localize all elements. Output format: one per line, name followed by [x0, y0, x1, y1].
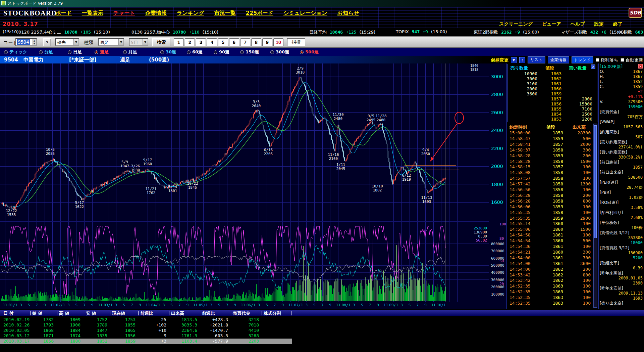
- period-radio-bar: ティック分足日足週足月足30週60週90週150週300週500週: [0, 48, 644, 56]
- stat-line: 100株: [600, 225, 643, 230]
- ex-rights-checkbox[interactable]: 権利落ち: [596, 57, 618, 63]
- svg-text:50: 50: [499, 259, 504, 263]
- chart-count-button-6[interactable]: 6: [229, 38, 239, 46]
- change-symbol-label[interactable]: 銘柄変更: [491, 57, 508, 63]
- period-option-30週[interactable]: 30週: [160, 49, 176, 55]
- header-separator: [169, 311, 169, 315]
- trade-price: 1860: [546, 238, 563, 243]
- period-label: 週足: [100, 49, 109, 55]
- menu-item-6[interactable]: 225ボード: [246, 10, 273, 17]
- code-spinner[interactable]: ▲▼: [32, 39, 36, 45]
- trend-button[interactable]: トレンド: [572, 56, 593, 63]
- stat-line: 237(41.0%): [600, 145, 643, 150]
- menu-item-5[interactable]: 市況一覧: [214, 10, 236, 17]
- chart-count-buttons: 12345678910: [174, 38, 283, 46]
- table-row[interactable]: 2010.03.121871187418351856-91761.3-603.3…: [0, 333, 644, 339]
- period-option-月足[interactable]: 月足: [123, 49, 137, 55]
- stock-bar-controls: 銘柄変更 ▼ ↑ リスト 企業情報 トレンド 権利落ち 自動更新: [491, 56, 643, 63]
- trade-price: 1858: [546, 210, 563, 215]
- menu-item-8[interactable]: お知らせ: [337, 10, 359, 17]
- chart-count-button-2[interactable]: 2: [185, 38, 195, 46]
- subbar-link-1[interactable]: ビューア: [542, 21, 561, 27]
- period-option-300週[interactable]: 300週: [270, 49, 289, 55]
- list-button[interactable]: リスト: [528, 56, 545, 63]
- symbol-up-button[interactable]: ↑: [519, 57, 525, 63]
- table-cell: 1752: [86, 317, 107, 322]
- menu-item-3[interactable]: 企業情報: [145, 10, 167, 17]
- table-cell: +428.3: [202, 317, 228, 322]
- menu-item-7[interactable]: シミュレーション: [283, 10, 327, 17]
- chart-count-button-10[interactable]: 10: [273, 38, 283, 46]
- auto-update-checkbox[interactable]: 自動更新: [621, 57, 643, 63]
- trade-volume: 300: [567, 250, 591, 255]
- stat-line: 28.74倍: [600, 185, 643, 190]
- stat-label: [ROE(連)]: [600, 200, 619, 205]
- period-option-90週[interactable]: 90週: [214, 49, 229, 55]
- stat-line: H.1867: [600, 74, 643, 79]
- symbol-down-button[interactable]: ▼: [511, 57, 517, 63]
- period-option-ティック[interactable]: ティック: [4, 49, 27, 55]
- stat-line: 1857: [600, 165, 643, 170]
- chart-count-button-5[interactable]: 5: [218, 38, 228, 46]
- app-icon: [1, 1, 6, 5]
- subbar-link-2[interactable]: ヘルプ: [571, 21, 585, 27]
- table-row[interactable]: 2010.02.261793190017891855+1023835.3+202…: [0, 322, 644, 328]
- period-option-150週[interactable]: 150週: [240, 49, 259, 55]
- search-button[interactable]: 検索: [152, 38, 170, 46]
- table-row[interactable]: 2010.03.051868188418471865+102364.6-1470…: [0, 328, 644, 333]
- subbar-link-3[interactable]: 設定: [594, 21, 604, 27]
- menu-item-0[interactable]: ボード: [55, 10, 72, 17]
- chart-count-button-8[interactable]: 8: [251, 38, 261, 46]
- table-cell: -25: [140, 317, 166, 322]
- help-button[interactable]: ?: [43, 38, 51, 46]
- table-row[interactable]: 2010.02.191782180917521753-251813.5+428.…: [0, 317, 644, 322]
- chart-canvas: 3000280026002400220020001800160080000070…: [0, 63, 506, 309]
- table-cell: 2010.02.19: [3, 317, 32, 322]
- ticker-value: 603: [635, 30, 643, 35]
- day-select[interactable]: 5日 ▼: [129, 38, 148, 46]
- indicator-button[interactable]: 指標: [287, 38, 305, 46]
- type-select[interactable]: 週足 ▼: [98, 38, 124, 46]
- bid-quantity: 7100: [566, 106, 592, 112]
- period-option-週足[interactable]: 週足: [95, 49, 109, 55]
- period-option-500週[interactable]: 500週: [300, 49, 319, 55]
- menu-item-2[interactable]: チャート: [113, 10, 135, 17]
- orderbook-close-icon[interactable]: ×: [591, 64, 595, 69]
- period-option-日足[interactable]: 日足: [68, 49, 82, 55]
- trade-time: 14:58:28: [509, 159, 531, 164]
- period-label: 30週: [166, 49, 176, 55]
- scrollbar-thumb[interactable]: [594, 125, 597, 238]
- ticker-value: 10780: [64, 30, 77, 35]
- menu-item-1[interactable]: 一覧表示: [82, 10, 103, 17]
- svg-text:1947: 1947: [120, 164, 129, 168]
- trade-time: 14:52:35: [509, 289, 531, 294]
- chart-count-button-4[interactable]: 4: [207, 38, 217, 46]
- subbar-link-4[interactable]: 終了: [613, 21, 623, 27]
- svg-text:11: 11: [193, 303, 198, 307]
- table-row[interactable]: 2010.03.171856188018521859+31103.4-577.9…: [0, 339, 644, 344]
- radio-icon: [160, 50, 164, 54]
- table-cell: -577.9: [202, 339, 228, 344]
- price-chart[interactable]: 3000280026002400220020001800160080000070…: [0, 63, 506, 309]
- company-info-button[interactable]: 企業情報: [548, 56, 569, 63]
- chart-count-button-7[interactable]: 7: [240, 38, 250, 46]
- period-option-分足[interactable]: 分足: [39, 49, 53, 55]
- svg-text:1762: 1762: [147, 191, 156, 195]
- chart-count-button-1[interactable]: 1: [174, 38, 184, 46]
- subbar-link-0[interactable]: スクリーニング: [499, 21, 533, 27]
- chart-count-button-9[interactable]: 9: [262, 38, 272, 46]
- period-option-60週[interactable]: 60週: [187, 49, 203, 55]
- stat-line: 2390: [600, 281, 643, 286]
- stat-value: 0.39: [633, 266, 643, 271]
- svg-text:700000: 700000: [491, 249, 504, 253]
- stats-close-icon[interactable]: ×: [638, 64, 643, 69]
- radio-icon: [68, 50, 71, 54]
- svg-text:2000: 2000: [491, 164, 503, 169]
- timesales-scrollbar[interactable]: [593, 124, 597, 308]
- table-cell: 1835: [86, 333, 107, 338]
- chart-count-button-3[interactable]: 3: [196, 38, 206, 46]
- code-input[interactable]: 9504 ▲▼: [15, 38, 37, 46]
- priority-select[interactable]: 優先 ▼: [55, 38, 79, 46]
- menu-item-4[interactable]: ランキング: [177, 10, 204, 17]
- svg-text:1600: 1600: [491, 200, 503, 205]
